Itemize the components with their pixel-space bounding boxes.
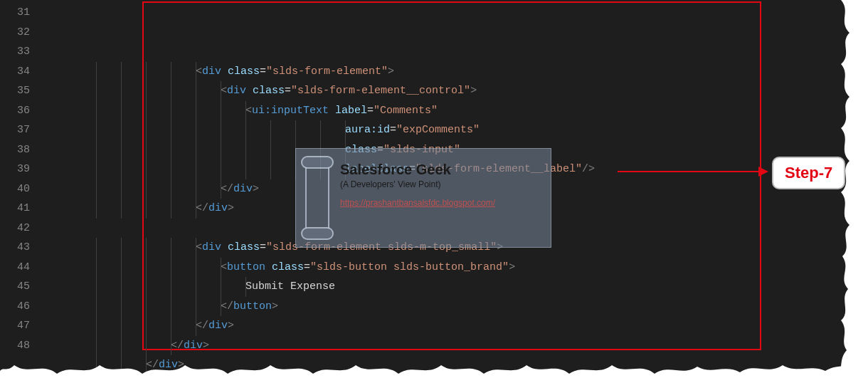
line-number: 44	[0, 258, 30, 278]
line-number: 35	[0, 81, 30, 101]
step-badge: Step-7	[772, 157, 845, 189]
line-number: 38	[0, 140, 30, 160]
code-area[interactable]: <div class="slds-form-element"><div clas…	[43, 0, 868, 378]
code-line[interactable]	[43, 219, 868, 238]
code-line[interactable]: </div>	[43, 316, 868, 336]
line-number: 34	[0, 62, 30, 82]
code-line[interactable]: <div class="slds-form-element__control">	[43, 81, 868, 101]
line-number: 32	[0, 23, 30, 43]
code-line[interactable]: <button class="slds-button slds-button_b…	[43, 258, 868, 278]
code-line[interactable]: <div class="slds-form-element">	[43, 62, 868, 82]
code-line[interactable]: aura:id="expComments"	[43, 120, 868, 140]
code-line[interactable]: </button>	[43, 297, 868, 317]
code-line[interactable]: </div>	[43, 199, 868, 219]
code-line[interactable]: </div>	[43, 179, 868, 199]
line-number: 43	[0, 238, 30, 258]
line-number: 41	[0, 199, 30, 219]
line-number: 31	[0, 3, 30, 23]
line-number: 45	[0, 277, 30, 297]
code-editor[interactable]: 313233343536373839404142434445464748 <di…	[0, 0, 868, 378]
code-line[interactable]: </div>	[43, 336, 868, 356]
line-number: 42	[0, 219, 30, 238]
code-line[interactable]: labelClass="slds-form-element__label"/>	[43, 159, 868, 179]
line-number: 36	[0, 101, 30, 121]
line-number: 37	[0, 120, 30, 140]
code-line[interactable]: <div class="slds-form-element slds-m-top…	[43, 238, 868, 258]
line-number: 47	[0, 316, 30, 336]
code-line[interactable]: </div>	[43, 375, 868, 379]
code-line[interactable]: class="slds-input"	[43, 140, 868, 160]
line-number: 46	[0, 297, 30, 317]
line-number: 33	[0, 42, 30, 62]
line-number-gutter: 313233343536373839404142434445464748	[0, 0, 43, 378]
line-number: 48	[0, 336, 30, 356]
step-badge-label: Step-7	[785, 164, 832, 182]
code-line[interactable]: <ui:inputText label="Comments"	[43, 101, 868, 121]
code-line[interactable]: Submit Expense	[43, 277, 868, 297]
code-line[interactable]: </div>	[43, 355, 868, 375]
line-number: 40	[0, 179, 30, 199]
annotation-arrow	[618, 171, 767, 172]
line-number: 39	[0, 159, 30, 179]
